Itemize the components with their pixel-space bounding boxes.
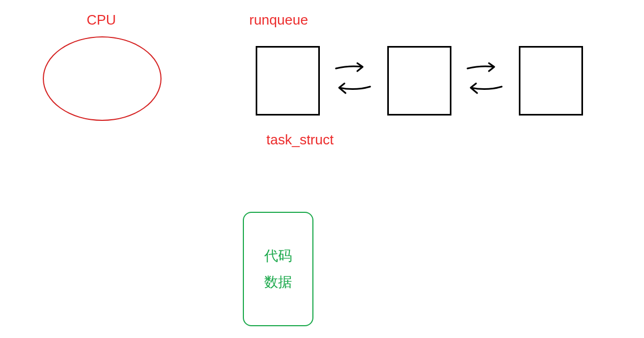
arrow-left-icon <box>471 83 502 93</box>
arrow-left-icon <box>339 83 370 93</box>
task-struct-box-2 <box>387 46 451 116</box>
process-code-label: 代码 <box>264 247 292 265</box>
arrows-2-3 <box>451 53 519 102</box>
task-struct-box-1 <box>256 46 320 116</box>
task-struct-box-3 <box>519 46 583 116</box>
arrow-right-icon <box>467 63 494 71</box>
process-data-label: 数据 <box>264 273 292 291</box>
runqueue-label: runqueue <box>249 12 308 28</box>
arrow-right-icon <box>336 63 363 71</box>
cpu-ellipse <box>43 36 162 121</box>
process-box: 代码 数据 <box>243 212 313 326</box>
arrows-1-2 <box>320 53 387 102</box>
task-struct-label: task_struct <box>266 132 334 148</box>
cpu-label: CPU <box>87 12 116 28</box>
diagram-canvas: CPU runqueue task_struct 代码 数据 <box>0 0 644 338</box>
